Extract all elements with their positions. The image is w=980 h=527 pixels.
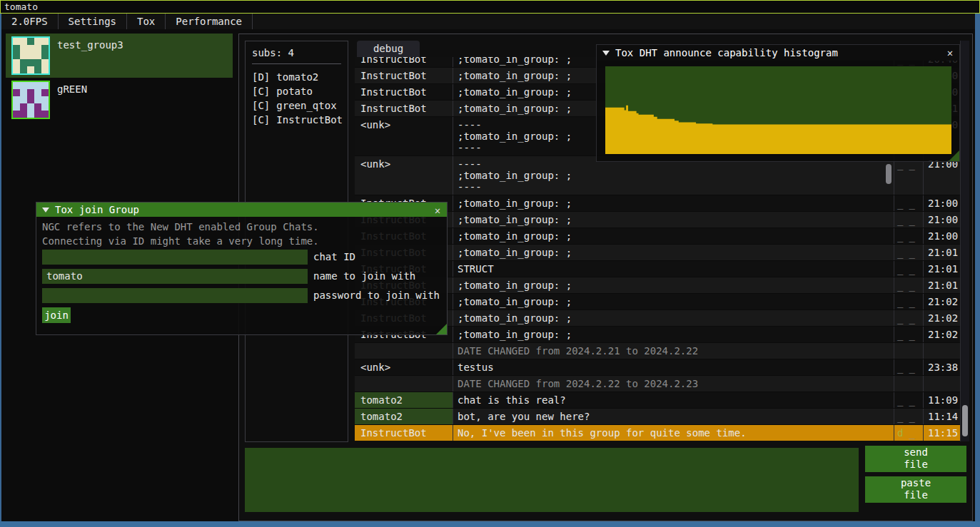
timestamp: 21:01 [924,245,960,260]
message-flag: _ [909,411,914,422]
timestamp: 21:00 [924,195,960,211]
join-button[interactable]: join [42,307,71,323]
timestamp: 21:01 [924,277,960,293]
collapse-arrow-icon[interactable] [602,51,610,56]
tab-debug[interactable]: debug [357,41,420,57]
sender-name: tomato2 [355,409,453,424]
dht-histogram-title: Tox DHT announce capability histogram [615,47,838,58]
message-text: bot, are you new here? [453,409,894,424]
paste-file-button[interactable]: paste file [865,476,966,503]
send-file-button[interactable]: send file [865,446,966,472]
message-input[interactable] [245,448,859,512]
message-flag: _ [897,394,903,406]
message-flag: _ [909,280,914,291]
window-titlebar: tomato [0,0,980,14]
timestamp: 21:01 [924,261,960,277]
join-password-input-label: password to join with [313,288,440,303]
flags-cell: __ [894,195,924,211]
close-icon[interactable]: ✕ [944,46,956,59]
timestamp: 21:02 [924,294,960,309]
menu-item-settings[interactable]: Settings [59,14,127,29]
fps-indicator: 2.0FPS [1,14,59,29]
resize-grip[interactable] [436,324,447,334]
timestamp: 11:14 [924,409,960,424]
join-field-row: tomatoname to join with [42,269,442,284]
member-name: potato [276,86,313,97]
sender-name: tomato2 [355,392,453,408]
flags-cell: __ [894,212,924,227]
message-flag: _ [909,214,914,225]
flags-cell [894,343,924,359]
group-row-gREEN[interactable]: gREEN [6,78,233,122]
menu-item-tox[interactable]: Tox [127,14,166,29]
flags-cell: __ [894,327,924,342]
chat-scrollbar-track[interactable] [960,41,969,441]
member-role: [C] [252,114,270,126]
message-flag: _ [897,230,903,242]
dht-histogram-plot [605,66,951,154]
message-flag: _ [909,329,914,340]
message-flag: _ [909,247,914,258]
date-change-text: DATE CHANGED from 2024.2.22 to 2024.2.23 [453,376,894,392]
menu-item-performance[interactable]: Performance [166,14,253,29]
sender-name: <unk> [355,359,453,375]
dht-histogram-titlebar[interactable]: Tox DHT announce capability histogram ✕ [597,45,959,61]
message-flag: _ [909,198,914,209]
timestamp: 11:15 [924,425,960,441]
member-item-potato[interactable]: [C]potato [252,84,341,98]
group-avatar [11,81,50,119]
join-name-input[interactable]: tomato [42,269,308,284]
message-flag: _ [897,411,903,422]
timestamp: 21:00 [924,228,960,244]
chat-scrollbar-thumb[interactable] [962,405,968,436]
subs-count: subs: 4 [252,47,341,58]
message-flag: _ [897,247,903,258]
flags-cell: __ [894,392,924,408]
message-flag: _ [909,296,914,307]
window-border-bottom [0,521,980,527]
join-info-line: NGC refers to the New DHT enabled Group … [42,221,319,232]
member-item-green_qtox[interactable]: [C]green_qtox [252,98,341,113]
join-name-input-label: name to join with [313,269,415,284]
join-password-input[interactable] [42,288,308,303]
join-group-titlebar[interactable]: Tox join Group ✕ [36,203,447,217]
name-cell [355,376,453,392]
message-flag: _ [897,214,903,225]
flags-cell: __ [894,277,924,293]
group-row-test_group3[interactable]: test_group3 [6,34,233,78]
resize-grip[interactable] [949,150,959,161]
date-change-row: DATE CHANGED from 2024.2.21 to 2024.2.22 [355,342,960,359]
member-role: [C] [252,100,270,111]
timestamp: 21:00 [924,156,960,195]
separator [252,63,341,64]
close-icon[interactable]: ✕ [431,204,444,217]
message-flag: _ [897,312,903,324]
histogram-area [605,106,951,154]
timestamp: 21:00 [924,212,960,227]
chat-message-row: <unk>testus__23:38 [355,359,960,375]
timestamp: 23:38 [924,359,960,375]
join-field-row: password to join with [42,288,442,303]
menu-bar: 2.0FPS Settings Tox Performance [1,14,975,29]
chat-id-input[interactable] [42,250,308,265]
message-text: ----;tomato_in_group: ;---- [453,156,894,195]
delivered-flag: d [897,427,903,439]
flags-cell: __ [894,409,924,424]
timestamp: 11:09 [924,392,960,408]
message-text: ;tomato_in_group: ; [453,212,894,227]
message-text: STRUCT [453,261,894,277]
message-text: testus [453,359,894,375]
group-name: gREEN [57,83,87,95]
sender-name: InstructBot [355,425,453,441]
member-item-InstructBot[interactable]: [C]InstructBot [252,113,341,127]
member-name: tomato2 [276,71,318,83]
log-scrollbar-thumb[interactable] [886,164,891,184]
member-item-tomato2[interactable]: [D]tomato2 [252,70,341,84]
flags-cell: __ [894,310,924,326]
message-flag: _ [897,280,903,291]
message-flag: _ [897,329,903,340]
sender-name: InstructBot [355,57,453,67]
collapse-arrow-icon[interactable] [42,208,49,213]
message-text: chat is this real? [453,392,894,408]
flags-cell: __ [894,228,924,244]
